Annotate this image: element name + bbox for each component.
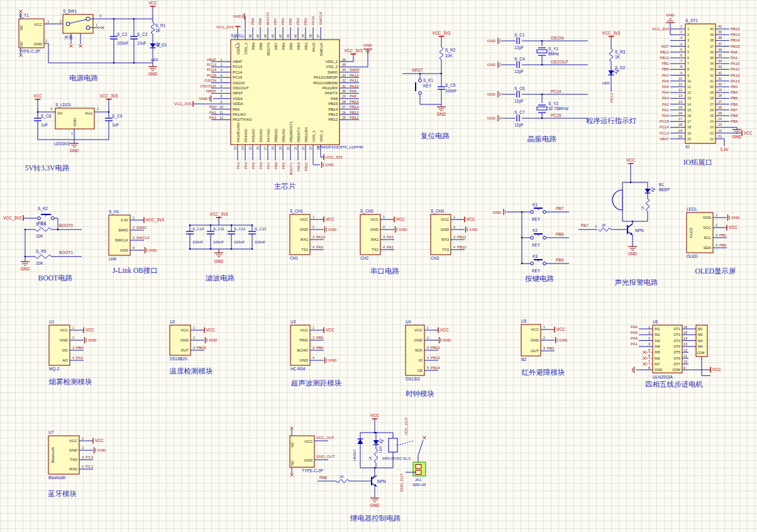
conn-pin: M3: [698, 339, 703, 343]
pin-number: 2: [133, 226, 135, 230]
net-label: PA3: [387, 235, 394, 239]
pin-name: PB5: [289, 42, 293, 50]
pin-name: PA4/AO: [244, 128, 248, 142]
button-icon[interactable]: [543, 211, 546, 214]
label: NC: [290, 441, 294, 447]
module-title-jlink: J-Link OB接口: [113, 267, 158, 274]
net-label: PA0: [76, 356, 84, 360]
connector-pad: [416, 465, 421, 469]
pin-number: 2: [716, 223, 717, 227]
button-icon[interactable]: [419, 79, 422, 82]
button-icon[interactable]: [531, 236, 534, 240]
pin-name: OT6: [673, 357, 680, 360]
net-label: PA2: [387, 245, 394, 249]
power-label: VCC: [712, 367, 721, 372]
label: 12pF: [514, 45, 524, 50]
led-icon[interactable]: [373, 440, 379, 445]
wire: [651, 187, 655, 190]
net-label: BOOT1: [59, 250, 73, 255]
resistor-icon[interactable]: [374, 449, 378, 463]
pin-name: NRST: [233, 91, 243, 95]
pin-number: 2: [312, 225, 314, 229]
buzzer-icon[interactable]: [612, 190, 622, 210]
module-title-ultra: 超声波测距模块: [291, 379, 342, 387]
label: S_R2: [445, 48, 456, 53]
pin-name: IN2: [655, 333, 660, 336]
label: 1K: [340, 475, 344, 479]
label: NC: [290, 460, 294, 465]
label: K1: [533, 202, 538, 207]
net-label: PB5: [289, 18, 292, 25]
button-icon[interactable]: [543, 236, 546, 240]
part-name: SRD-05VDC-SL-C: [382, 457, 411, 460]
pin-name: OUT: [180, 348, 189, 352]
diode-icon[interactable]: [358, 439, 363, 444]
resistor-icon[interactable]: [35, 228, 52, 231]
pin-name: OT7: [673, 362, 680, 366]
led-icon[interactable]: [150, 43, 156, 48]
label: 2: [97, 107, 99, 111]
resistor-icon[interactable]: [609, 49, 613, 62]
button-icon[interactable]: [543, 262, 546, 265]
resistor-icon[interactable]: [151, 23, 155, 34]
led-icon[interactable]: [645, 189, 651, 193]
resistor-icon[interactable]: [646, 199, 649, 211]
power-label: GND: [493, 211, 502, 214]
resistor-icon[interactable]: [336, 479, 349, 483]
button-icon[interactable]: [38, 217, 41, 220]
pin-number: 5: [427, 366, 429, 370]
pin-number: 1: [220, 58, 222, 62]
pin-number: 29: [718, 88, 722, 92]
button-icon[interactable]: [531, 211, 534, 214]
crystal-icon[interactable]: [537, 107, 547, 110]
button-icon[interactable]: [531, 262, 534, 265]
module-title-alarm: 声光报警电路: [615, 279, 659, 286]
resistor-icon[interactable]: [599, 228, 611, 231]
net-label: PA10: [316, 235, 326, 239]
label: 33: [710, 67, 714, 71]
pin-number: 27: [718, 100, 722, 104]
wire: [614, 71, 617, 74]
label: 12pF: [514, 69, 524, 74]
schematic-canvas[interactable]: S_T1TYPE-C-2PNCNCVCCGND122S_SW1开关31S_C21…: [0, 0, 757, 532]
pin-name: GND: [300, 228, 309, 231]
label: 30: [710, 85, 714, 89]
net-label: PA8: [731, 50, 738, 54]
relay-coil-icon[interactable]: [389, 438, 397, 452]
power-label: GND: [487, 92, 496, 96]
pin-number: 15: [678, 106, 682, 109]
pin-name: TX1: [301, 248, 309, 252]
net-label: PB0: [274, 162, 278, 169]
module-title-boot: BOOT电路: [38, 274, 73, 282]
resistor-icon[interactable]: [439, 47, 443, 60]
led-icon[interactable]: [609, 70, 614, 75]
pin-name: 3.3V: [121, 218, 128, 222]
label: 25: [710, 114, 714, 118]
power-label: GND: [487, 39, 496, 43]
pin-number: 3: [220, 68, 222, 72]
label: 3: [99, 14, 101, 18]
label: 100nF: [255, 240, 265, 244]
pin-name: AO: [62, 358, 68, 362]
net-label: NRST: [412, 68, 423, 72]
pin-number: 9: [680, 71, 682, 75]
module-title-reset: 复位电路: [421, 132, 450, 140]
pin-number: 24: [316, 147, 320, 150]
pin-number: 3: [648, 336, 650, 340]
pin-name: BOOT0: [267, 42, 270, 55]
button-icon[interactable]: [419, 92, 422, 95]
label: S_C12: [234, 227, 246, 231]
pin-name: GND: [703, 216, 712, 219]
crystal-icon[interactable]: [537, 50, 547, 53]
net-label: PB9: [731, 119, 738, 123]
button-icon[interactable]: [52, 217, 55, 220]
pin-number: 35: [718, 53, 722, 57]
net-label: PA7: [267, 162, 270, 169]
label: 10K: [36, 234, 43, 238]
pin-number: 2: [72, 336, 74, 340]
label: 2: [687, 33, 689, 36]
pin-number: 1: [648, 325, 650, 329]
resistor-icon[interactable]: [35, 255, 52, 258]
pin-number: 3: [312, 235, 314, 239]
pin-number: 33: [718, 65, 722, 69]
